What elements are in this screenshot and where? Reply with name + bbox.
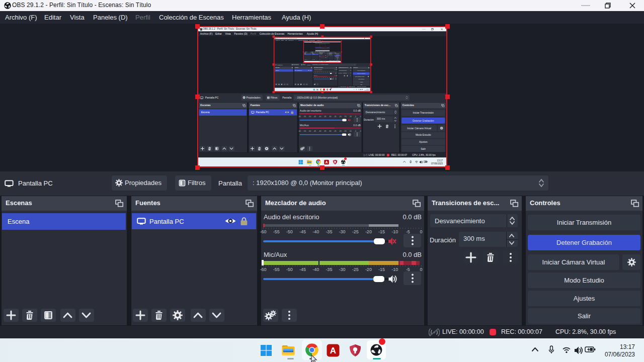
svg-text:A: A: [330, 346, 336, 355]
svg-text:A: A: [324, 89, 325, 90]
svg-text:A: A: [326, 160, 328, 164]
